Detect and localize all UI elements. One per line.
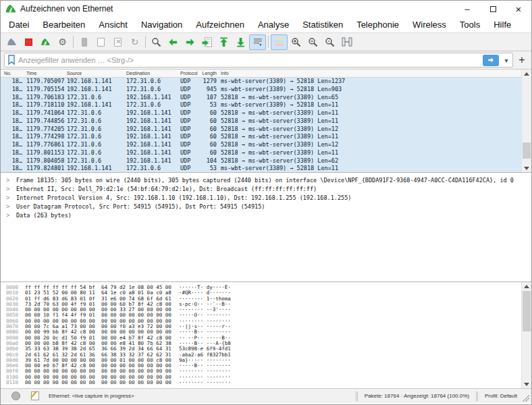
column-header-info[interactable]: Info [218, 70, 531, 77]
zoom-original-button[interactable] [321, 34, 338, 50]
search-icon [151, 37, 161, 47]
restart-fin-icon [41, 38, 51, 46]
hex-line[interactable]: 0110 00 00 00 00 00 00 00 00 00 00 00 00… [6, 380, 531, 385]
status-bar: Ethernet: <live capture in progress> Pak… [1, 388, 531, 403]
scroll-down-icon[interactable] [522, 164, 531, 172]
bookmark-icon[interactable] [7, 55, 16, 65]
filter-dropdown-button[interactable]: ▾ [502, 55, 511, 66]
expert-info-icon[interactable] [11, 392, 20, 400]
expand-chevron-icon[interactable]: > [6, 203, 13, 210]
go-next-button[interactable] [182, 34, 198, 50]
colorize-icon [275, 38, 284, 47]
go-previous-button[interactable] [165, 34, 182, 50]
packet-row[interactable]: 18… 1179.744856 172.31.0.6 192.168.1.141… [1, 117, 521, 126]
packet-row[interactable]: 18… 1179.705097 192.168.1.141 172.31.0.6… [1, 78, 521, 86]
auto-scroll-icon [253, 38, 263, 47]
detail-row[interactable]: > Frame 18135: 305 bytes on wire (2440 b… [1, 176, 531, 184]
resize-grip[interactable] [523, 395, 529, 402]
column-header-destination[interactable]: Destination [125, 70, 179, 77]
menu-item[interactable]: Telephonie [350, 17, 406, 32]
find-packet-button[interactable] [148, 34, 165, 50]
display-filter-input[interactable] [18, 56, 480, 64]
scrollbar-thumb[interactable] [523, 142, 531, 159]
capture-comment-icon[interactable] [31, 392, 39, 400]
menu-bar: DateiBearbeitenAnsichtNavigationAufzeich… [1, 17, 531, 32]
toolbar-separator [145, 36, 146, 48]
menu-item[interactable]: Ansicht [92, 17, 134, 32]
menu-item[interactable]: Hilfe [487, 17, 518, 32]
add-filter-button[interactable]: + [516, 53, 528, 68]
close-file-icon [114, 38, 122, 47]
menu-item[interactable]: Bearbeiten [36, 17, 92, 32]
colorize-button[interactable] [271, 34, 288, 50]
scrollbar-thumb[interactable] [523, 291, 531, 331]
capture-options-button[interactable]: ⚙ [54, 34, 71, 50]
packet-row[interactable]: 18… 1179.801153 172.31.0.6 192.168.1.141… [1, 149, 521, 157]
detail-text: Frame 18135: 305 bytes on wire (2440 bit… [16, 177, 514, 184]
maximize-icon [490, 6, 496, 12]
menu-item[interactable]: Aufzeichnen [189, 17, 251, 32]
packet-list-scrollbar[interactable] [521, 70, 531, 172]
column-header-source[interactable]: Source [65, 70, 125, 77]
packet-row[interactable]: 18… 1179.824801 192.168.1.141 172.31.0.6… [1, 165, 521, 173]
expand-chevron-icon[interactable]: > [6, 194, 13, 201]
column-header-time[interactable]: Time [24, 70, 65, 77]
detail-text: User Datagram Protocol, Src Port: 54915 … [16, 203, 265, 210]
profile-text[interactable]: Profil: Default [482, 393, 523, 399]
menu-item[interactable]: Statistiken [296, 17, 350, 32]
detail-row[interactable]: > Internet Protocol Version 4, Src: 192.… [1, 193, 531, 202]
scroll-down-icon[interactable] [522, 380, 531, 388]
reload-button[interactable]: ↻ [126, 34, 143, 50]
column-header-length[interactable]: Length [199, 70, 218, 77]
detail-row[interactable]: > Ethernet II, Src: Dell_79:d2:1e (54:bf… [1, 184, 531, 193]
packet-row[interactable]: 18… 1179.804058 172.31.0.6 192.168.1.141… [1, 157, 521, 165]
packet-row[interactable]: 18… 1179.741064 172.31.0.6 192.168.1.141… [1, 109, 521, 117]
column-header-no[interactable]: No. [1, 70, 24, 77]
expand-chevron-icon[interactable]: > [6, 212, 13, 219]
auto-scroll-button[interactable] [249, 34, 266, 50]
packet-row[interactable]: 18… 1179.718110 192.168.1.141 172.31.0.6… [1, 101, 521, 109]
zoom-out-button[interactable] [304, 34, 321, 50]
scroll-up-icon[interactable] [522, 70, 531, 78]
packet-row[interactable]: 18… 1179.774205 172.31.0.6 192.168.1.141… [1, 126, 521, 134]
scroll-up-icon[interactable] [522, 282, 531, 290]
menu-item[interactable]: Tools [453, 17, 487, 32]
start-capture-button[interactable] [3, 34, 20, 50]
minimize-button[interactable]: – [454, 1, 480, 17]
save-file-button[interactable] [92, 34, 109, 50]
expand-chevron-icon[interactable]: > [6, 186, 13, 192]
menu-item[interactable]: Datei [2, 17, 36, 32]
menu-item[interactable]: Wireless [406, 17, 453, 32]
menu-item[interactable]: Navigation [134, 17, 189, 32]
detail-row[interactable]: > Data (263 bytes) [1, 211, 531, 219]
capture-status-text: Ethernet: <live capture in progress> [49, 393, 352, 399]
packet-row[interactable]: 18… 1179.706183 172.31.0.6 192.168.1.141… [1, 94, 521, 102]
packet-row[interactable]: 18… 1179.774298 172.31.0.6 192.168.1.141… [1, 133, 521, 141]
open-file-button[interactable] [76, 34, 92, 50]
resize-columns-icon [342, 37, 352, 47]
go-first-button[interactable] [215, 34, 232, 50]
column-header-protocol[interactable]: Protocol [179, 70, 199, 77]
detail-row[interactable]: > User Datagram Protocol, Src Port: 5491… [1, 202, 531, 211]
status-separator [356, 392, 358, 401]
apply-filter-button[interactable] [483, 55, 499, 66]
reload-icon: ↻ [131, 37, 139, 47]
packet-counts-text: Pakete: 18764 · Angezeigt: 18764 (100.0%… [362, 393, 472, 399]
maximize-button[interactable] [480, 1, 506, 17]
stop-capture-button[interactable] [20, 34, 37, 50]
close-file-button[interactable] [109, 34, 126, 50]
go-to-packet-button[interactable] [198, 34, 215, 50]
hex-scrollbar[interactable] [521, 282, 531, 388]
arrow-right-icon [185, 37, 195, 47]
packet-row[interactable]: 18… 1179.776861 172.31.0.6 192.168.1.141… [1, 141, 521, 149]
resize-columns-button[interactable] [338, 34, 355, 50]
restart-capture-button[interactable] [37, 34, 54, 50]
expand-chevron-icon[interactable]: > [6, 177, 13, 184]
menu-item[interactable]: Analyse [251, 17, 296, 32]
packet-row[interactable]: 18… 1179.705154 192.168.1.141 172.31.0.6… [1, 86, 521, 94]
close-button[interactable]: × [506, 1, 531, 17]
arrow-up-bar-icon [219, 37, 229, 47]
packet-list-pane: No. Time Source Destination Protocol Len… [1, 70, 531, 173]
zoom-in-button[interactable] [288, 34, 304, 50]
go-last-button[interactable] [232, 34, 249, 50]
